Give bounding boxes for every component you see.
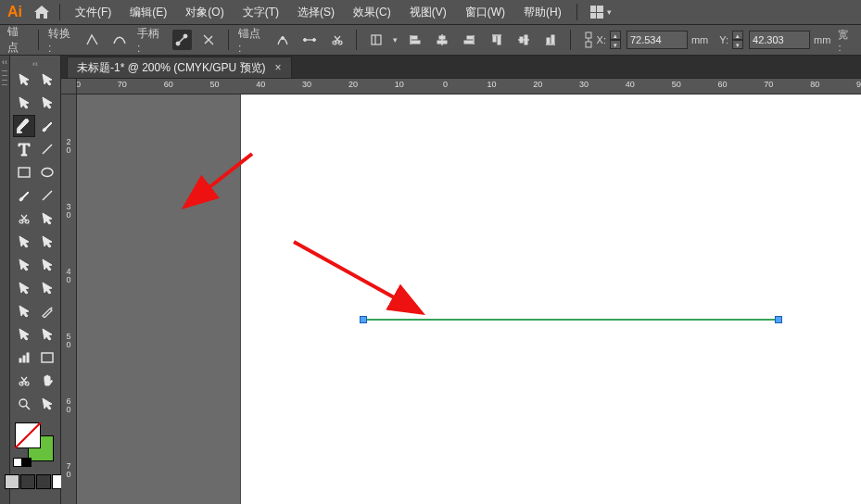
draw-inside-button[interactable] [36,474,51,489]
menu-select[interactable]: 选择(S) [288,0,344,24]
slice-tool[interactable] [13,370,35,392]
svg-rect-12 [467,36,473,39]
zoom-tool[interactable] [13,393,35,415]
ruler-tick-label: 0 [443,80,448,89]
menu-effect[interactable]: 效果(C) [344,0,400,24]
ruler-tick-label: 50 [672,80,681,89]
ruler-tick-label: 30 [579,80,589,89]
selected-path[interactable] [363,319,778,321]
symbol-sprayer-tool[interactable] [36,323,58,346]
separator [38,30,39,50]
rotate-tool[interactable] [36,208,58,230]
paintbrush-tool[interactable] [13,184,35,207]
ruler-tick-label: 70 [764,80,773,89]
curvature-tool[interactable] [36,115,58,137]
direct-selection-tool[interactable] [36,69,58,91]
draw-behind-button[interactable] [20,474,35,489]
artboard[interactable] [241,94,861,504]
swap-default-swatch-icon[interactable] [13,458,32,467]
document-tab[interactable]: 未标题-1* @ 200% (CMYK/GPU 预览) × [67,57,292,78]
anchor-handle-left[interactable] [360,316,367,323]
handles-label: 手柄 : [137,26,165,55]
menu-help[interactable]: 帮助(H) [514,0,571,24]
svg-rect-28 [27,353,29,362]
vertical-ruler[interactable]: 203040506070 [61,94,77,504]
width-tool[interactable] [36,231,58,253]
convert-smooth-button[interactable] [110,30,130,50]
ruler-tick-label: 40 [63,268,74,284]
lasso-tool[interactable] [36,92,58,114]
handles-hide-button[interactable] [199,30,219,50]
anchor-handle-right[interactable] [775,316,782,323]
perspective-grid-tool[interactable] [13,277,35,299]
align-vcenter-button[interactable] [513,30,533,50]
align-left-button[interactable] [405,30,424,50]
x-input[interactable] [627,31,688,49]
convert-corner-button[interactable] [83,30,103,50]
eyedropper-tool[interactable] [36,300,58,322]
align-bottom-button[interactable] [540,30,560,50]
align-top-button[interactable] [487,30,506,50]
menu-object[interactable]: 对象(O) [176,0,233,24]
svg-rect-27 [23,356,25,362]
svg-rect-15 [498,36,500,44]
handles-show-button[interactable] [172,30,192,50]
blend-tool[interactable] [13,323,35,346]
menu-file[interactable]: 文件(F) [66,0,120,24]
menu-type[interactable]: 文字(T) [234,0,288,24]
menu-view[interactable]: 视图(V) [400,0,456,24]
fill-stroke-swatch[interactable] [15,422,56,463]
home-icon[interactable] [30,0,54,24]
ruler-tick-label: 50 [209,80,219,89]
connect-anchor-button[interactable] [300,30,320,50]
draw-normal-button[interactable] [5,474,19,489]
ellipse-tool[interactable] [36,161,58,183]
pasteboard[interactable] [76,94,861,504]
placeholder-tool[interactable] [36,393,58,415]
app-logo: Ai [0,0,30,24]
free-transform-tool[interactable] [13,254,35,276]
spinner[interactable]: ▴▾ [732,31,743,49]
menu-window[interactable]: 窗口(W) [456,0,514,24]
hand-tool[interactable] [36,370,58,392]
align-hcenter-button[interactable] [433,30,452,50]
ruler-origin[interactable] [61,79,77,94]
column-graph-tool[interactable] [13,346,35,369]
rectangle-tool[interactable] [13,161,35,183]
ruler-tick-label: 10 [487,80,496,89]
mesh-tool[interactable] [36,277,58,299]
spinner[interactable]: ▴▾ [610,31,621,49]
pencil-tool[interactable] [36,184,58,207]
svg-rect-10 [439,36,445,39]
remove-anchor-button[interactable] [273,30,293,50]
close-icon[interactable]: × [275,61,282,74]
scissors-tool[interactable] [13,208,35,230]
chevron-left-icon[interactable]: ‹‹ [10,59,60,69]
cut-path-button[interactable] [327,30,347,50]
artboard-tool[interactable] [36,346,58,369]
isolate-button[interactable] [366,30,386,50]
menu-edit[interactable]: 编辑(E) [120,0,176,24]
shape-builder-tool[interactable] [36,254,58,276]
gradient-tool[interactable] [13,300,35,322]
scale-tool[interactable] [13,231,35,253]
coord-x-group: X: ▴▾ mm [584,30,709,50]
separator [59,4,60,20]
ruler-tick-label: 20 [348,80,358,89]
horizontal-ruler[interactable]: 80706050403020100102030405060708090 [76,79,861,94]
align-right-button[interactable] [460,30,479,50]
fill-swatch[interactable] [15,422,41,448]
ruler-tick-label: 70 [118,80,127,89]
workspace-layout-picker[interactable]: ▾ [590,6,612,19]
selection-tool[interactable] [13,69,35,91]
anchors-label: 锚点 : [238,26,266,55]
control-bar: 锚点 转换 : 手柄 : 锚点 : ▾ X: ▴▾ mm [0,25,861,56]
link-icon[interactable] [584,30,593,50]
type-tool[interactable] [13,138,35,160]
magic-wand-tool[interactable] [13,92,35,114]
separator [576,4,577,20]
pen-tool[interactable] [13,115,35,137]
line-segment-tool[interactable] [36,138,58,160]
y-input[interactable] [749,31,810,49]
collapsed-panel-strip[interactable]: ‹‹ [0,56,10,504]
